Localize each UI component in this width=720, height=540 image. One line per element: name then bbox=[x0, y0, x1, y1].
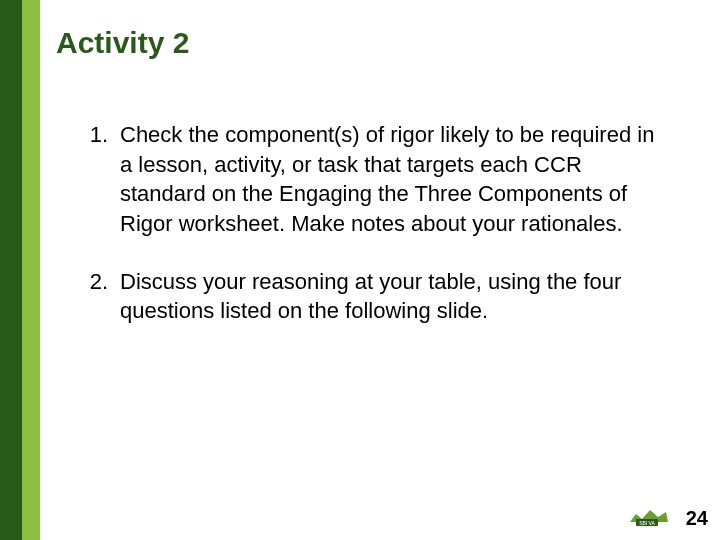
list-item: 1. Check the component(s) of rigor likel… bbox=[80, 120, 660, 239]
page-number: 24 bbox=[686, 507, 708, 530]
list-item-number: 1. bbox=[80, 120, 120, 239]
list-item-text: Check the component(s) of rigor likely t… bbox=[120, 120, 660, 239]
list-item-text: Discuss your reasoning at your table, us… bbox=[120, 267, 660, 326]
logo-text: SBI VA bbox=[639, 520, 655, 526]
logo-icon: SBI VA bbox=[628, 504, 670, 528]
slide-body: 1. Check the component(s) of rigor likel… bbox=[80, 120, 660, 354]
slide: Activity 2 1. Check the component(s) of … bbox=[0, 0, 720, 540]
slide-title: Activity 2 bbox=[56, 26, 189, 60]
list-item: 2. Discuss your reasoning at your table,… bbox=[80, 267, 660, 326]
accent-stripe-dark bbox=[0, 0, 22, 540]
list-item-number: 2. bbox=[80, 267, 120, 326]
accent-stripe-light bbox=[22, 0, 40, 540]
footer-logo: SBI VA bbox=[628, 504, 670, 528]
